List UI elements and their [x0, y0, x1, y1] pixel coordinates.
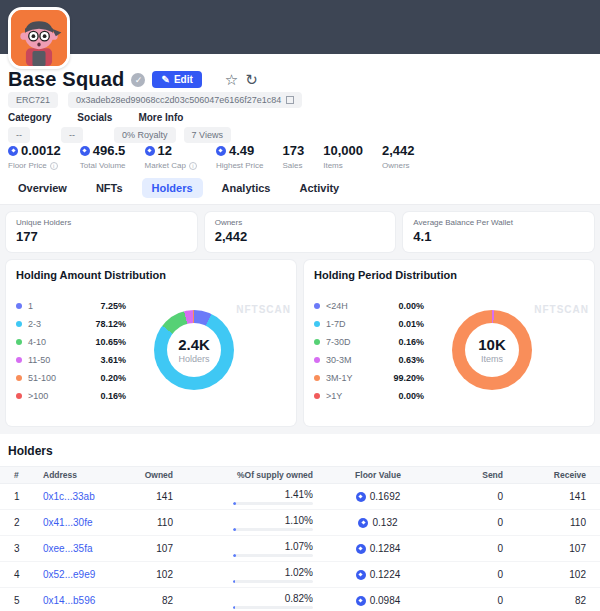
stat-value: 4.49 [216, 143, 264, 158]
stat-market-cap: 12Market Capi [145, 143, 197, 170]
eth-icon [216, 146, 226, 156]
legend-item[interactable]: 2-378.12% [16, 315, 126, 333]
legend-dot-icon [16, 357, 22, 363]
tab-overview[interactable]: Overview [8, 178, 77, 198]
stat-label-text: Sales [283, 161, 303, 170]
holders-table-header: #AddressOwned%Of supply ownedFloor Value… [0, 466, 600, 484]
floor-value-text: 0.132 [372, 517, 397, 528]
legend-dot-icon [16, 375, 22, 381]
summary-card: Owners2,442 [205, 212, 396, 252]
cell-send: 0 [443, 595, 503, 606]
legend-label: >100 [28, 391, 48, 401]
legend-dot-icon [314, 357, 320, 363]
edit-button[interactable]: ✎ Edit [152, 71, 201, 88]
copy-icon[interactable] [286, 96, 294, 104]
stats-row: 0.0012Floor Pricei496.5Total Volume12Mar… [8, 143, 415, 170]
page-title: Base Squad [8, 68, 124, 91]
eth-icon [8, 146, 18, 156]
legend-item[interactable]: 11-503.61% [16, 351, 126, 369]
cell-supply-pct: 0.82% [173, 593, 313, 609]
address-link[interactable]: 0x41...30fe [43, 517, 92, 528]
supply-pct-bar [233, 606, 313, 609]
legend-dot-icon [16, 321, 22, 327]
legend-item[interactable]: >1000.16% [16, 387, 126, 405]
supply-pct-value: 1.02% [285, 567, 313, 578]
legend-item[interactable]: 3M-1Y99.20% [314, 369, 424, 387]
legend-dot-icon [16, 339, 22, 345]
tab-analytics[interactable]: Analytics [212, 178, 281, 198]
cell-receive: 110 [503, 517, 600, 528]
chart-legend: 17.25%2-378.12%4-1010.65%11-503.61%51-10… [16, 297, 126, 405]
cell-receive: 107 [503, 543, 600, 554]
address-link[interactable]: 0xee...35fa [43, 543, 92, 554]
cell-address: 0x1c...33ab [43, 491, 133, 502]
donut-chart: 10KItems [452, 310, 532, 390]
supply-pct-value: 0.82% [285, 593, 313, 604]
cell-floor-value: 0.1284 [313, 543, 443, 554]
views-badge: 7 Views [184, 127, 231, 143]
stat-value: 496.5 [80, 143, 126, 158]
verified-badge-icon: ✓ [131, 73, 145, 87]
legend-item[interactable]: >1Y0.00% [314, 387, 424, 405]
address-link[interactable]: 0x1c...33ab [43, 491, 95, 502]
table-row: 30xee...35fa1071.07%0.12840107 [0, 536, 600, 562]
legend-item[interactable]: <24H0.00% [314, 297, 424, 315]
cell-rank: 4 [0, 569, 43, 580]
favorite-star-icon[interactable]: ☆ [225, 71, 238, 89]
stat-label-text: Highest Price [216, 161, 264, 170]
more-info-label: More Info [138, 112, 183, 123]
cell-rank: 5 [0, 595, 43, 606]
stat-value-text: 12 [158, 143, 172, 158]
royalty-badge: 0% Royalty [114, 127, 176, 143]
legend-percent: 0.63% [398, 355, 424, 365]
legend-label: >1Y [326, 391, 342, 401]
cell-supply-pct: 1.10% [173, 515, 313, 531]
cell-floor-value: 0.132 [313, 517, 443, 528]
legend-dot-icon [314, 321, 320, 327]
stat-floor-price: 0.0012Floor Pricei [8, 143, 61, 170]
chart-card: Holding Period Distribution<24H0.00%1-7D… [304, 260, 594, 426]
cell-owned: 110 [133, 517, 173, 528]
chart-card: Holding Amount Distribution17.25%2-378.1… [6, 260, 296, 426]
info-icon: i [189, 162, 197, 170]
tab-nfts[interactable]: NFTs [86, 178, 133, 198]
legend-percent: 0.16% [398, 337, 424, 347]
socials-value: -- [61, 127, 83, 143]
legend-label: 11-50 [28, 355, 50, 365]
supply-pct-bar [233, 528, 313, 531]
stat-label: Market Capi [145, 161, 197, 170]
legend-percent: 0.01% [398, 319, 424, 329]
stat-label: Total Volume [80, 161, 126, 170]
col-header-address: Address [43, 470, 133, 480]
holders-section: Holders #AddressOwned%Of supply ownedFlo… [0, 434, 600, 611]
legend-item[interactable]: 30-3M0.63% [314, 351, 424, 369]
table-row: 40x52...e9e91021.02%0.12240102 [0, 562, 600, 588]
cell-send: 0 [443, 517, 503, 528]
charts-row: Holding Amount Distribution17.25%2-378.1… [0, 252, 600, 426]
refresh-icon[interactable]: ↻ [245, 71, 258, 89]
cell-send: 0 [443, 569, 503, 580]
supply-pct-value: 1.10% [285, 515, 313, 526]
eth-icon [356, 596, 366, 606]
legend-item[interactable]: 17.25% [16, 297, 126, 315]
legend-item[interactable]: 4-1010.65% [16, 333, 126, 351]
contract-address-pill[interactable]: 0x3adeb28ed99068cc2d03c506047e6166f27e1c… [68, 92, 302, 108]
tab-activity[interactable]: Activity [290, 178, 350, 198]
stat-value: 0.0012 [8, 143, 61, 158]
donut-center-label: Items [481, 354, 503, 364]
legend-item[interactable]: 1-7D0.01% [314, 315, 424, 333]
stat-value-text: 10,000 [323, 143, 363, 158]
legend-percent: 0.00% [398, 301, 424, 311]
supply-pct-bar [233, 580, 313, 583]
address-link[interactable]: 0x52...e9e9 [43, 569, 95, 580]
supply-pct-fill [233, 502, 236, 505]
address-link[interactable]: 0x14...b596 [43, 595, 95, 606]
tab-holders[interactable]: Holders [142, 178, 203, 198]
legend-label: 3M-1Y [326, 373, 353, 383]
page-content: Unique Holders177Owners2,442Average Bala… [0, 205, 600, 611]
cell-owned: 82 [133, 595, 173, 606]
info-icon: i [50, 162, 58, 170]
legend-item[interactable]: 7-30D0.16% [314, 333, 424, 351]
legend-item[interactable]: 51-1000.20% [16, 369, 126, 387]
category-label: Category [8, 112, 51, 123]
